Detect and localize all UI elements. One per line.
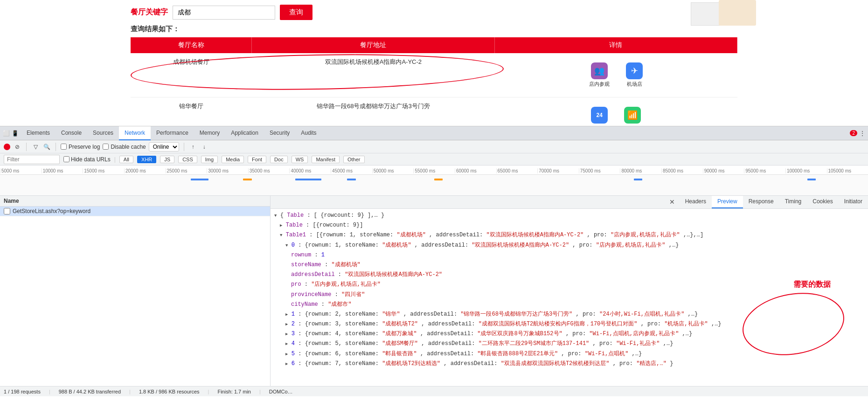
tab-sources[interactable]: Sources — [87, 126, 119, 140]
timeline-area: 5000 ms 10000 ms 15000 ms 20000 ms 25000… — [0, 166, 868, 196]
filter-ws-btn[interactable]: WS — [292, 156, 308, 163]
tick-80000: 80000 ms — [620, 168, 661, 173]
filter-media-btn[interactable]: Media — [222, 156, 244, 163]
icon-airport[interactable]: ✈ 机场店 — [621, 58, 647, 92]
stop-button[interactable]: ⊘ — [13, 143, 21, 151]
search-label: 餐厅关键字 — [131, 7, 168, 17]
filter-other-btn[interactable]: Other — [343, 156, 365, 163]
record-button[interactable] — [4, 144, 10, 150]
requests-count: 1 / 198 requests — [4, 389, 41, 394]
tab-console[interactable]: Console — [56, 126, 87, 140]
disable-cache-label[interactable]: Disable cache — [103, 144, 146, 150]
tick-95000: 95000 ms — [744, 168, 785, 173]
tick-10000: 10000 ms — [42, 168, 83, 173]
search-button[interactable]: 查询 — [280, 5, 312, 20]
filter-button[interactable]: ▽ — [31, 143, 40, 151]
filter-font-btn[interactable]: Font — [248, 156, 266, 163]
upload-icon[interactable]: ↑ — [189, 143, 197, 151]
filter-xhr-btn[interactable]: XHR — [137, 156, 156, 163]
throttle-select[interactable]: Online — [149, 142, 179, 152]
restaurant-name-1: 成都机场餐厅 — [131, 53, 252, 97]
24h-icon: 24 — [591, 107, 608, 124]
tl-bar-3 — [295, 179, 321, 180]
icon-24h[interactable]: 24 24小时 — [586, 102, 612, 126]
hide-data-checkbox[interactable] — [63, 156, 69, 162]
json-pro: pro : "店内参观,机场店,礼品卡" — [274, 280, 864, 290]
error-badge: 2 — [850, 130, 857, 136]
request-item-1[interactable]: GetStoreList.ashx?op=keyword — [0, 207, 270, 216]
preserve-log-checkbox[interactable] — [61, 144, 67, 150]
person-image — [719, 0, 756, 26]
devtools-toolbar: ⊘ ▽ 🔍 Preserve log Disable cache Online … — [0, 140, 868, 153]
tab-memory[interactable]: Memory — [194, 126, 225, 140]
tab-performance[interactable]: Performance — [151, 126, 194, 140]
mobile-icon[interactable]: 📱 — [11, 130, 19, 137]
disable-cache-text: Disable cache — [111, 144, 146, 150]
hide-data-label[interactable]: Hide data URLs — [63, 156, 111, 163]
icon-store-visit[interactable]: 👥 店内参观 — [584, 58, 614, 92]
detail-tab-initiator[interactable]: Initiator — [839, 196, 868, 208]
tl-bar-2 — [243, 179, 252, 180]
domc-text: DOMCo… — [269, 389, 293, 394]
filter-css-btn[interactable]: CSS — [178, 156, 197, 163]
search-button-toolbar[interactable]: 🔍 — [42, 143, 51, 151]
tab-audits[interactable]: Audits — [295, 126, 322, 140]
detail-tab-timing[interactable]: Timing — [779, 196, 807, 208]
detail-tab-preview[interactable]: Preview — [712, 196, 743, 208]
item1-toggle[interactable] — [285, 312, 291, 317]
transfer-size: 988 B / 44.2 KB transferred — [59, 389, 121, 394]
detail-tab-cookies[interactable]: Cookies — [807, 196, 838, 208]
item2-toggle[interactable] — [285, 322, 291, 327]
json-rownum: rownum : 1 — [274, 250, 864, 260]
search-input[interactable] — [173, 6, 275, 20]
inspect-icon[interactable]: ⬜ — [2, 130, 10, 137]
preserve-log-label[interactable]: Preserve log — [61, 144, 100, 150]
root-toggle[interactable] — [274, 213, 279, 218]
disable-cache-checkbox[interactable] — [103, 144, 109, 150]
store-visit-label: 店内参观 — [589, 81, 610, 88]
item3-toggle[interactable] — [285, 331, 291, 337]
tab-elements[interactable]: Elements — [21, 126, 56, 140]
json-table1: Table1 : [{rownum: 1, storeName: "成都机场" … — [274, 230, 864, 240]
filter-all-btn[interactable]: All — [119, 156, 133, 163]
tick-100000: 100000 ms — [785, 168, 827, 173]
item5-toggle[interactable] — [285, 352, 291, 357]
devtools-close-icon[interactable]: ⋮ — [859, 130, 866, 137]
detail-tab-headers[interactable]: Headers — [680, 196, 712, 208]
filter-doc-btn[interactable]: Doc — [270, 156, 288, 163]
tab-network[interactable]: Network — [119, 126, 151, 140]
tick-85000: 85000 ms — [661, 168, 703, 173]
filter-manifest-btn[interactable]: Manifest — [312, 156, 340, 163]
wifi-icon: 📶 — [624, 107, 641, 124]
json-item1: 1 : {rownum: 2, storeName: "锦华" , addres… — [274, 310, 864, 319]
json-viewer[interactable]: { Table : [ {rowcount: 9} ],… } Table : … — [271, 209, 868, 386]
filter-js-btn[interactable]: JS — [160, 156, 174, 163]
json-item6: 6 : {rownum: 7, storeName: "成都机场T2到达精选" … — [274, 359, 864, 369]
request-checkbox-1[interactable] — [4, 208, 10, 214]
table-row-2: 锦华餐厅 锦华路一段68号成都锦华万达广场3号门旁 24 24小时 📶 Wi-F… — [131, 97, 737, 126]
item0-toggle[interactable] — [285, 243, 291, 248]
detail-tab-response[interactable]: Response — [743, 196, 779, 208]
table-toggle[interactable] — [280, 223, 285, 228]
json-root: { Table : [ {rowcount: 9} ],… } — [274, 211, 864, 221]
filter-input[interactable] — [4, 155, 60, 164]
devtools: ⬜ 📱 Elements Console Sources Network Per… — [0, 126, 868, 396]
table1-toggle[interactable] — [280, 233, 285, 238]
filter-img-btn[interactable]: Img — [201, 156, 218, 163]
json-provincename: provinceName : "四川省" — [274, 290, 864, 300]
detail-close-btn[interactable]: ✕ — [665, 196, 680, 208]
tab-security[interactable]: Security — [264, 126, 295, 140]
requests-panel: Name GetStoreList.ashx?op=keyword — [0, 196, 271, 386]
item4-toggle[interactable] — [285, 341, 291, 346]
tab-application[interactable]: Application — [225, 126, 264, 140]
detail-icons-1: 👥 店内参观 ✈ 机场店 — [495, 53, 737, 97]
icon-wifi[interactable]: 📶 Wi-Fi — [619, 102, 646, 126]
json-item4: 4 : {rownum: 5, storeName: "成都SM餐厅" , ad… — [274, 339, 864, 349]
download-icon[interactable]: ↓ — [200, 143, 208, 151]
timeline-chart — [0, 175, 868, 196]
item6-toggle[interactable] — [285, 361, 291, 366]
tick-25000: 25000 ms — [166, 168, 207, 173]
tick-40000: 40000 ms — [289, 168, 331, 173]
tl-bar-1 — [191, 179, 208, 180]
tick-70000: 70000 ms — [537, 168, 579, 173]
